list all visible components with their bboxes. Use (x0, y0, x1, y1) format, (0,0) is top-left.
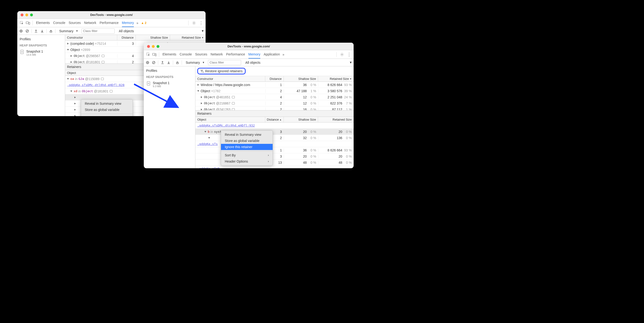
col-constructor[interactable]: Constructor (65, 35, 117, 40)
col-retained[interactable]: Retained Size▼ (170, 35, 206, 40)
warnings-badge[interactable]: ▲ 2 (141, 21, 146, 25)
source-link[interactable]: ,qddgKe,sTsD (197, 167, 220, 168)
inspect-icon[interactable] (19, 20, 24, 26)
ctx-header[interactable]: Header Options› (221, 158, 272, 164)
record-icon[interactable] (19, 29, 24, 34)
scope-caret-icon[interactable]: ▼ (349, 61, 352, 64)
col-shallow[interactable]: Shallow Size (136, 35, 170, 40)
table-row[interactable]: ,qddgKe,sTsDMc,dtc0hd,eHDfl:932 (196, 123, 354, 129)
gc-icon[interactable] (175, 60, 180, 65)
fullscreen-icon[interactable] (156, 45, 160, 48)
class-filter-input[interactable] (82, 29, 115, 34)
objects-scope-select[interactable]: All objects (117, 29, 136, 33)
retainers-header: Object Distance▲ Shallow Size Retained S… (196, 117, 354, 123)
ctx-store[interactable]: Store as global variable (81, 107, 133, 113)
minimize-icon[interactable] (25, 14, 28, 16)
col-distance[interactable]: Distance (117, 35, 136, 40)
gear-icon[interactable] (192, 20, 196, 26)
import-icon[interactable] (40, 29, 44, 34)
col-distance[interactable]: Distance (265, 76, 284, 82)
snapshot-item[interactable]: Snapshot 1 13.6 MB (20, 49, 62, 57)
source-link[interactable]: ,qddgKe,sTsDMc,dtc0hd,eHDfl:932 (197, 124, 255, 127)
table-row[interactable]: 1360 %8 626 66493 % (196, 147, 354, 153)
window-title: DevTools - www.google.com/ (17, 13, 206, 17)
table-row[interactable]: Object @241763 2160 %87 1121 % (196, 106, 354, 110)
tab-network[interactable]: Network (84, 19, 96, 27)
element-icon (102, 55, 104, 57)
ctx-store[interactable]: Store as global variable (221, 138, 272, 144)
chevron-right-icon: › (268, 160, 269, 163)
view-mode-select[interactable]: Summary▼ (184, 61, 206, 65)
tab-elements[interactable]: Elements (162, 51, 176, 59)
element-icon (232, 96, 235, 98)
tab-elements[interactable]: Elements (36, 19, 50, 27)
export-icon[interactable] (34, 29, 38, 34)
objects-scope-select[interactable]: All objects (244, 61, 262, 65)
tab-memory[interactable]: Memory (122, 19, 134, 27)
device-toggle-icon[interactable] (152, 52, 157, 57)
minimize-icon[interactable] (152, 45, 155, 48)
record-icon[interactable] (145, 60, 150, 65)
clear-icon[interactable] (25, 29, 30, 34)
export-icon[interactable] (160, 60, 165, 65)
restore-ignored-retainers-button[interactable]: Restore ignored retainers (197, 68, 246, 74)
ctx-sort[interactable]: Sort By› (81, 115, 133, 116)
table-row[interactable]: 3200 %200 % (196, 153, 354, 159)
ctx-sort[interactable]: Sort By› (221, 152, 272, 158)
tab-network[interactable]: Network (210, 51, 223, 59)
more-tabs-icon[interactable]: » (281, 52, 286, 57)
tab-sources[interactable]: Sources (195, 51, 207, 59)
source-link[interactable]: ,qddgKe,sTs (197, 142, 218, 146)
gear-icon[interactable] (340, 52, 344, 57)
col-shallow[interactable]: Shallow Size (284, 76, 318, 82)
heap-snapshots-heading: HEAP SNAPSHOTS (146, 75, 193, 79)
svg-line-7 (26, 30, 28, 32)
ctx-reveal[interactable]: Reveal in Summary view (81, 101, 133, 107)
table-row[interactable]: Object ×1782247 1881 %3 580 57639 % (196, 88, 354, 94)
col-constructor[interactable]: Constructor (196, 76, 265, 82)
gc-icon[interactable] (48, 29, 53, 34)
class-filter-input[interactable] (208, 60, 241, 65)
snapshot-item[interactable]: Snapshot 1 9.3 MB (146, 80, 193, 89)
kebab-icon[interactable]: ⋮ (198, 20, 204, 26)
ctx-ignore-retainer[interactable]: Ignore this retainer (221, 144, 272, 150)
tab-sources[interactable]: Sources (69, 19, 81, 27)
import-icon[interactable] (166, 60, 171, 65)
col-distance[interactable]: Distance▲ (265, 117, 284, 122)
table-row[interactable]: b in system / Context3200 %200 % (196, 129, 354, 135)
tab-performance[interactable]: Performance (226, 51, 245, 59)
tab-console[interactable]: Console (53, 19, 65, 27)
table-row[interactable]: ,qddgKe,sTs (196, 141, 354, 147)
ctx-reveal[interactable]: Reveal in Summary view (221, 132, 272, 138)
snapshot-size: 13.6 MB (26, 53, 43, 56)
source-link[interactable]: ,qddgKe,sTsDMc,dtl0hd,eHDfl:828 (67, 83, 124, 87)
fullscreen-icon[interactable] (30, 14, 33, 16)
clear-icon[interactable] (151, 60, 156, 65)
col-retained[interactable]: Retained Size▼ (318, 76, 354, 82)
table-row[interactable]: ,qddgKe,sTsD (196, 166, 354, 168)
table-row[interactable]: Window / https://www.google.com1360 %8 6… (196, 82, 354, 88)
inspect-icon[interactable] (146, 52, 151, 57)
tab-application[interactable]: Application (264, 51, 280, 59)
retainers-body: ,qddgKe,sTsDMc,dtc0hd,eHDfl:932 b in sys… (196, 123, 354, 168)
close-icon[interactable] (20, 14, 24, 16)
device-toggle-icon[interactable] (25, 20, 30, 26)
memory-toolbar: Summary▼ All objects ▼ (17, 27, 206, 35)
table-row[interactable]: 2320 %1360 % (196, 135, 354, 141)
more-tabs-icon[interactable]: » (135, 20, 140, 26)
table-row[interactable]: 13480 %480 % (196, 159, 354, 166)
col-object[interactable]: Object (196, 117, 265, 122)
view-mode-select[interactable]: Summary▼ (57, 29, 80, 33)
scope-caret-icon[interactable]: ▼ (201, 29, 204, 33)
titlebar: DevTools - www.google.com/ (17, 11, 206, 19)
table-row[interactable]: Object @216867 2120 %622 3767 % (196, 100, 354, 106)
col-shallow[interactable]: Shallow Size (284, 117, 318, 122)
tab-console[interactable]: Console (180, 51, 192, 59)
col-retained[interactable]: Retained Size (318, 117, 354, 122)
tab-performance[interactable]: Performance (100, 19, 118, 27)
kebab-icon[interactable]: ⋮ (346, 52, 352, 57)
tab-memory[interactable]: Memory (248, 51, 260, 59)
table-row[interactable]: Object @461651 4120 %2 251 04824 % (196, 94, 354, 100)
close-icon[interactable] (147, 45, 150, 48)
element-icon (102, 61, 104, 63)
